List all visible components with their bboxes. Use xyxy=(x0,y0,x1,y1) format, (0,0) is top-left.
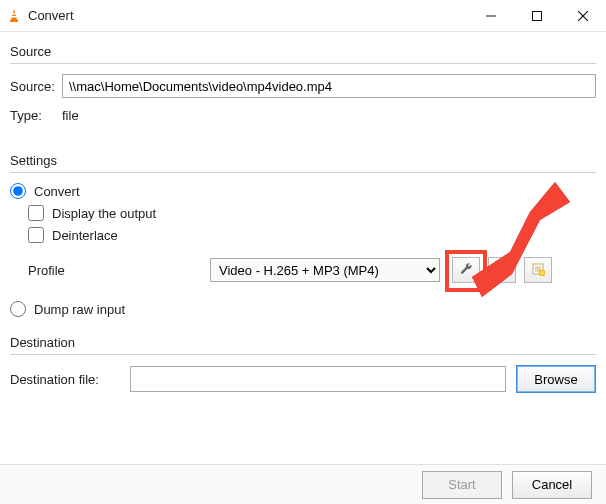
convert-radio-label: Convert xyxy=(34,184,80,199)
svg-point-14 xyxy=(539,270,545,276)
divider xyxy=(10,63,596,64)
title-bar: Convert xyxy=(0,0,606,32)
svg-rect-2 xyxy=(12,13,16,15)
type-value: file xyxy=(62,108,79,123)
wrench-icon xyxy=(459,262,473,279)
edit-profile-button[interactable] xyxy=(452,257,480,283)
display-output-checkbox[interactable] xyxy=(28,205,44,221)
destination-section-label: Destination xyxy=(10,335,596,350)
profile-select[interactable]: Video - H.265 + MP3 (MP4) xyxy=(210,258,440,282)
deinterlace-checkbox[interactable] xyxy=(28,227,44,243)
vlc-cone-icon xyxy=(0,8,28,24)
new-profile-button[interactable] xyxy=(524,257,552,283)
minimize-button[interactable] xyxy=(468,0,514,32)
delete-icon xyxy=(496,263,508,278)
delete-profile-button[interactable] xyxy=(488,257,516,283)
close-button[interactable] xyxy=(560,0,606,32)
destination-file-input[interactable] xyxy=(130,366,506,392)
divider xyxy=(10,354,596,355)
settings-section-label: Settings xyxy=(10,153,596,168)
maximize-button[interactable] xyxy=(514,0,560,32)
destination-file-label: Destination file: xyxy=(10,372,130,387)
svg-rect-5 xyxy=(533,11,542,20)
dump-raw-radio[interactable] xyxy=(10,301,26,317)
new-profile-icon xyxy=(531,262,545,279)
display-output-label: Display the output xyxy=(52,206,156,221)
source-section-label: Source xyxy=(10,44,596,59)
type-label: Type: xyxy=(10,108,62,123)
start-button[interactable]: Start xyxy=(422,471,502,499)
divider xyxy=(10,172,596,173)
source-label: Source: xyxy=(10,79,62,94)
profile-label: Profile xyxy=(10,263,210,278)
svg-rect-1 xyxy=(10,20,18,22)
cancel-button[interactable]: Cancel xyxy=(512,471,592,499)
dialog-footer: Start Cancel xyxy=(0,464,606,504)
window-title: Convert xyxy=(28,8,74,23)
svg-rect-3 xyxy=(12,16,17,18)
convert-radio[interactable] xyxy=(10,183,26,199)
deinterlace-label: Deinterlace xyxy=(52,228,118,243)
source-input[interactable] xyxy=(62,74,596,98)
dump-raw-label: Dump raw input xyxy=(34,302,125,317)
browse-button[interactable]: Browse xyxy=(516,365,596,393)
